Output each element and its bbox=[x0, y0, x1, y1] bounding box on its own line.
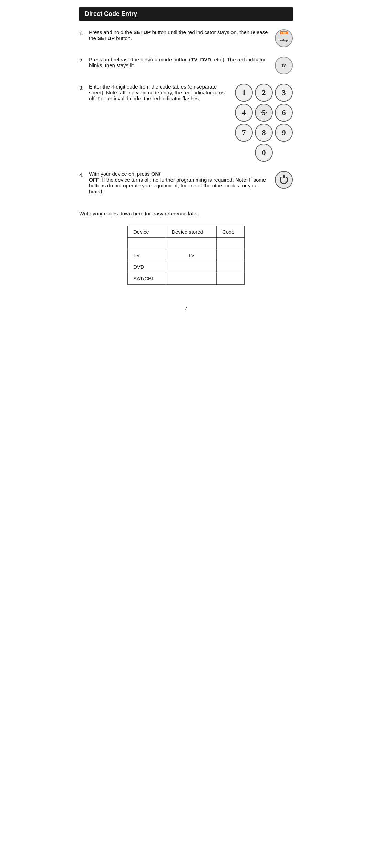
table-cell-device-3: SAT/CBL bbox=[128, 273, 166, 285]
step-4-icon-area bbox=[275, 171, 293, 189]
step-1-body: Press and hold the SETUP button until th… bbox=[89, 29, 271, 41]
step-4: 4. With your device on, press ON/OFF. If… bbox=[79, 171, 293, 194]
step-2-text-1: Press and release the desired mode butto… bbox=[89, 57, 191, 62]
table-row: TV TV bbox=[128, 249, 245, 261]
table-cell-stored-0 bbox=[166, 238, 217, 249]
page-title: Direct Code Entry bbox=[85, 10, 137, 17]
step-1-setup-1: SETUP bbox=[133, 29, 151, 35]
table-cell-device-0 bbox=[128, 238, 166, 249]
step-1-setup-2: SETUP bbox=[97, 35, 115, 41]
table-header-code: Code bbox=[216, 226, 244, 238]
setup-text: setup bbox=[280, 39, 288, 42]
step-4-text-1: With your device on, press bbox=[89, 171, 151, 177]
device-table-wrapper: Device Device stored Code TV TV DVD bbox=[79, 226, 293, 285]
write-codes-text: Write your codes down here for easy refe… bbox=[79, 210, 293, 217]
table-row: DVD bbox=[128, 261, 245, 273]
step-3-body: Enter the 4-digit code from the code tab… bbox=[89, 84, 231, 101]
step-3-text: Enter the 4-digit code from the code tab… bbox=[89, 84, 225, 101]
shift-label: shift bbox=[280, 31, 288, 34]
num-btn-3: 3 bbox=[275, 84, 293, 102]
step-2-text-2: , bbox=[197, 57, 200, 62]
num-btn-6: 6 bbox=[275, 104, 293, 122]
numpad-row-0: 0 bbox=[255, 144, 273, 162]
table-row: SAT/CBL bbox=[128, 273, 245, 285]
step-2-body: Press and release the desired mode butto… bbox=[89, 57, 271, 68]
step-2-number: 2. bbox=[79, 57, 89, 64]
step-1-text-1: Press and hold the bbox=[89, 29, 133, 35]
numpad-row-1: 1 2 3 bbox=[235, 84, 293, 102]
num-btn-7: 7 bbox=[235, 124, 253, 142]
tv-label: tv bbox=[282, 63, 286, 68]
power-symbol bbox=[280, 176, 288, 184]
numpad: 1 2 3 4 ·5· 6 7 8 9 0 bbox=[235, 84, 293, 162]
tv-button-icon: tv bbox=[275, 57, 293, 74]
table-cell-code-1 bbox=[216, 249, 244, 261]
num-btn-8: 8 bbox=[255, 124, 273, 142]
step-1-text-3: button. bbox=[115, 35, 132, 41]
table-cell-device-2: DVD bbox=[128, 261, 166, 273]
table-header-stored: Device stored bbox=[166, 226, 217, 238]
step-2-icon-area: tv bbox=[275, 57, 293, 74]
table-cell-code-3 bbox=[216, 273, 244, 285]
table-cell-stored-2 bbox=[166, 261, 217, 273]
step-2: 2. Press and release the desired mode bu… bbox=[79, 57, 293, 74]
step-4-number: 4. bbox=[79, 171, 89, 179]
table-cell-device-1: TV bbox=[128, 249, 166, 261]
step-4-text-2: . If the device turns off, no further pr… bbox=[89, 177, 266, 194]
numpad-row-3: 7 8 9 bbox=[235, 124, 293, 142]
step-2-dvd: DVD bbox=[200, 57, 211, 62]
power-button-icon bbox=[275, 171, 293, 189]
table-cell-stored-1: TV bbox=[166, 249, 217, 261]
num-btn-9: 9 bbox=[275, 124, 293, 142]
page-number: 7 bbox=[79, 305, 293, 311]
step-2-tv: TV bbox=[191, 57, 197, 62]
num-btn-2: 2 bbox=[255, 84, 273, 102]
num-btn-0: 0 bbox=[255, 144, 273, 162]
table-cell-code-0 bbox=[216, 238, 244, 249]
step-1-number: 1. bbox=[79, 29, 89, 37]
table-cell-stored-3 bbox=[166, 273, 217, 285]
table-row bbox=[128, 238, 245, 249]
page-header: Direct Code Entry bbox=[79, 7, 293, 21]
numpad-row-2: 4 ·5· 6 bbox=[235, 104, 293, 122]
setup-button-icon: shift setup bbox=[275, 29, 293, 47]
num-btn-5: ·5· bbox=[255, 104, 273, 122]
step-1-icon-area: shift setup bbox=[275, 29, 293, 47]
device-table: Device Device stored Code TV TV DVD bbox=[127, 226, 245, 285]
step-1: 1. Press and hold the SETUP button until… bbox=[79, 29, 293, 47]
num-btn-1: 1 bbox=[235, 84, 253, 102]
table-cell-code-2 bbox=[216, 261, 244, 273]
step-3-number: 3. bbox=[79, 84, 89, 92]
step-3: 3. Enter the 4-digit code from the code … bbox=[79, 84, 293, 162]
step-4-body: With your device on, press ON/OFF. If th… bbox=[89, 171, 271, 194]
table-header-row: Device Device stored Code bbox=[128, 226, 245, 238]
num-btn-4: 4 bbox=[235, 104, 253, 122]
step-3-layout: Enter the 4-digit code from the code tab… bbox=[89, 84, 293, 162]
table-header-device: Device bbox=[128, 226, 166, 238]
